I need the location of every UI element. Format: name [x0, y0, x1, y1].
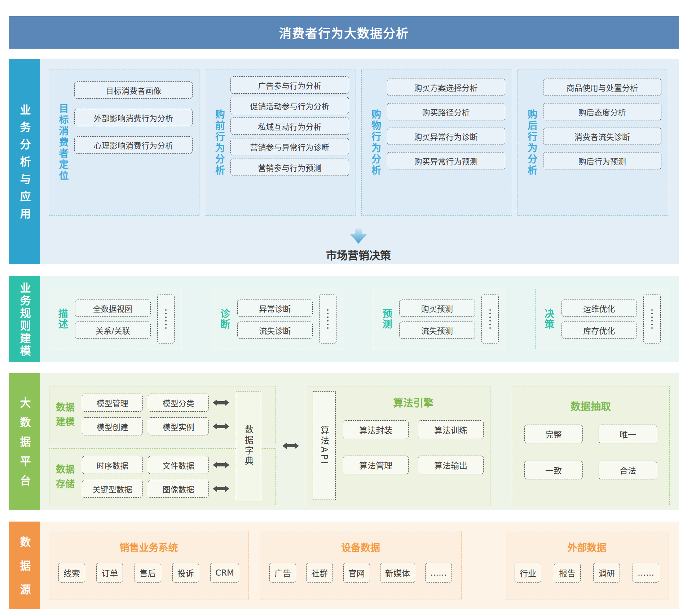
title-bar: 消费者行为大数据分析 [9, 16, 679, 49]
source-item-box: 新媒体 [380, 563, 415, 583]
rules-item-box: 异常诊断 [237, 300, 313, 317]
analysis-item-box: 购买异常行为预测 [387, 152, 505, 169]
sources-rail: 数据源 [9, 522, 40, 609]
rules-boxes: 购买预测 流失预测 [399, 300, 475, 339]
rules-content: 描述 全数据视图 关系/关联 诊断 异常诊断 流失诊断 [40, 276, 679, 362]
rules-item-box: 关系/关联 [75, 322, 151, 339]
external-data-boxes: 行业 报告 调研 …… [515, 563, 659, 583]
algorithm-engine-panel: 算法API 算法引擎 算法封装 算法训练 算法管理 算法输出 [306, 386, 490, 505]
rules-item-box: 库存优化 [562, 322, 637, 339]
more-items-vertical-dots [643, 294, 661, 344]
platform-item-box: 算法训练 [418, 420, 484, 439]
analysis-panel-targeting: 目标消费者定位 目标消费者画像 外部影响消费行为分析 心理影响消费行为分析 [49, 70, 199, 216]
rules-boxes: 全数据视图 关系/关联 [75, 300, 151, 339]
rules-item-box: 运维优化 [562, 300, 637, 317]
modeling-grid: 模型管理 模型分类 模型创建 模型实例 [82, 394, 228, 435]
source-item-box: 行业 [515, 563, 541, 583]
rules-item-box: 流失诊断 [237, 322, 313, 339]
device-data-boxes: 广告 社群 官网 新媒体 …… [269, 563, 452, 583]
sales-system-panel: 销售业务系统 线索 订单 售后 投诉 CRM [49, 531, 249, 599]
page: 消费者行为大数据分析 业务分析与应用 目标消费者定位 目标消费者画像 外部影响消… [0, 0, 687, 616]
more-items-vertical-dots [319, 294, 336, 344]
down-arrow-icon [350, 228, 367, 244]
platform-item-box: 模型管理 [82, 394, 143, 412]
source-item-box: 订单 [96, 563, 123, 583]
rules-boxes: 异常诊断 流失诊断 [237, 300, 313, 339]
analysis-item-box: 营销参与异常行为诊断 [230, 138, 349, 155]
analysis-panel-post-purchase: 购后行为分析 商品使用与处置分析 购后态度分析 消费者流失诊断 购后行为预测 [518, 70, 668, 216]
platform-item-box: 时序数据 [82, 456, 143, 474]
analysis-item-box: 购买异常行为诊断 [387, 128, 505, 145]
rules-boxes: 运维优化 库存优化 [562, 300, 637, 339]
data-dictionary-box: 数据字典 [236, 391, 261, 500]
decision-label: 市场营销决策 [326, 247, 391, 262]
data-modeling-label: 数据建模 [56, 400, 76, 429]
sources-content: 销售业务系统 线索 订单 售后 投诉 CRM 设备数据 广告 社群 官网 新媒体… [40, 522, 679, 609]
double-arrow-icon [217, 425, 225, 428]
platform-item-box: 模型分类 [148, 394, 209, 412]
analysis-item-box: 消费者流失诊断 [543, 128, 661, 145]
source-item-box: 售后 [135, 563, 161, 583]
platform-item-box: 算法输出 [418, 456, 484, 474]
data-extraction-panel: 数据抽取 完整 唯一 一致 合法 [512, 386, 670, 505]
analysis-panel-row: 目标消费者定位 目标消费者画像 外部影响消费行为分析 心理影响消费行为分析 购前… [49, 70, 668, 216]
platform-content: 数据建模 模型管理 模型分类 模型创建 模型实例 数据存储 时序数据 文件数据 [40, 373, 679, 510]
double-arrow-icon [217, 487, 225, 490]
more-items-box: …… [633, 563, 659, 583]
analysis-item-box: 购后行为预测 [543, 152, 661, 169]
analysis-item-box: 私域互动行为分析 [230, 118, 349, 135]
platform-item-box: 模型实例 [148, 417, 209, 435]
analysis-item-box: 广告参与行为分析 [230, 76, 349, 94]
analysis-panel-label: 目标消费者定位 [56, 76, 71, 209]
rules-item-box: 流失预测 [399, 322, 475, 339]
rules-item-box: 全数据视图 [75, 300, 151, 317]
rules-group-label: 决策 [543, 294, 555, 344]
analysis-panel-label: 购后行为分析 [524, 76, 540, 209]
algorithm-api-label: 算法API [318, 426, 331, 466]
algorithm-api-box: 算法API [313, 391, 336, 500]
source-item-box: 社群 [306, 563, 333, 583]
data-storage-label: 数据存储 [56, 462, 76, 491]
platform-item-box: 唯一 [599, 425, 657, 443]
analysis-item-box: 目标消费者画像 [74, 81, 193, 99]
more-items-vertical-dots [157, 294, 175, 344]
platform-item-box: 算法封装 [343, 420, 409, 439]
source-item-box: 线索 [58, 563, 85, 583]
analysis-item-box: 购买方案选择分析 [387, 79, 505, 96]
section-platform: 大数据平台 数据建模 模型管理 模型分类 模型创建 模型实例 数据存储 [9, 373, 679, 510]
rules-rail: 业务规则建模 [9, 276, 40, 362]
analysis-item-stack: 广告参与行为分析 促销活动参与行为分析 私域互动行为分析 营销参与异常行为诊断 … [230, 76, 349, 209]
analysis-item-stack: 购买方案选择分析 购买路径分析 购买异常行为诊断 购买异常行为预测 [387, 76, 505, 209]
analysis-panel-label: 购物行为分析 [368, 76, 383, 209]
device-data-title: 设备数据 [269, 540, 452, 554]
more-items-box: …… [425, 563, 452, 583]
source-item-box: CRM [210, 563, 239, 583]
analysis-content: 目标消费者定位 目标消费者画像 外部影响消费行为分析 心理影响消费行为分析 购前… [40, 59, 679, 264]
modeling-storage-cluster: 数据建模 模型管理 模型分类 模型创建 模型实例 数据存储 时序数据 文件数据 [49, 386, 276, 505]
section-sources: 数据源 销售业务系统 线索 订单 售后 投诉 CRM 设备数据 广告 社群 官网 [9, 522, 679, 609]
data-extraction-grid: 完整 唯一 一致 合法 [524, 425, 657, 479]
source-item-box: 官网 [343, 563, 370, 583]
analysis-item-stack: 目标消费者画像 外部影响消费行为分析 心理影响消费行为分析 [74, 76, 193, 209]
more-items-vertical-dots [481, 294, 499, 344]
source-item-box: 投诉 [172, 563, 199, 583]
analysis-item-stack: 商品使用与处置分析 购后态度分析 消费者流失诊断 购后行为预测 [543, 76, 661, 209]
sales-system-boxes: 线索 订单 售后 投诉 CRM [58, 563, 239, 583]
platform-item-box: 图像数据 [148, 480, 209, 498]
analysis-item-box: 营销参与行为预测 [230, 159, 349, 176]
algorithm-engine-body: 算法引擎 算法封装 算法训练 算法管理 算法输出 [343, 391, 484, 500]
source-item-box: 广告 [269, 563, 296, 583]
analysis-panel-label: 购前行为分析 [212, 76, 227, 209]
rules-item-box: 购买预测 [399, 300, 475, 317]
rules-group-row: 描述 全数据视图 关系/关联 诊断 异常诊断 流失诊断 [49, 289, 668, 349]
analysis-item-box: 外部影响消费行为分析 [74, 109, 193, 126]
external-data-panel: 外部数据 行业 报告 调研 …… [505, 531, 669, 599]
platform-item-box: 关键型数据 [82, 480, 143, 498]
sources-rail-label: 数据源 [17, 523, 32, 608]
storage-grid: 时序数据 文件数据 关键型数据 图像数据 [82, 456, 228, 498]
double-arrow-icon [287, 444, 295, 447]
decision-area: 市场营销决策 [49, 228, 668, 262]
double-arrow-icon [217, 401, 225, 404]
analysis-panel-shopping: 购物行为分析 购买方案选择分析 购买路径分析 购买异常行为诊断 购买异常行为预测 [361, 70, 512, 216]
rules-rail-label: 业务规则建模 [17, 280, 32, 358]
